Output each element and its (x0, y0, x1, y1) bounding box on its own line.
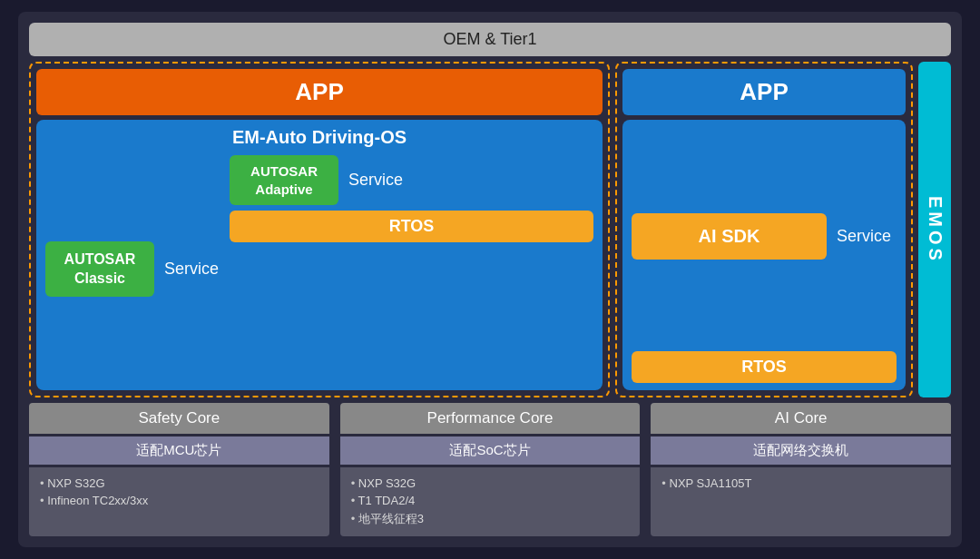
left-section: APP EM-Auto Driving-OS AUTOSAR Classic S… (29, 62, 610, 397)
autosar-adaptive-box: AUTOSAR Adaptive (230, 155, 338, 205)
list-item: NXP S32G (40, 475, 318, 492)
rtos-bar-left: RTOS (230, 211, 593, 242)
ai-core-header: AI Core (651, 403, 951, 434)
oem-label: OEM & Tier1 (443, 30, 536, 48)
app-bar-left: APP (36, 69, 603, 115)
ai-core-content: NXP SJA1105T (651, 467, 951, 536)
autosar-classic-line1: AUTOSAR (64, 251, 136, 267)
bottom-section: Safety Core 适配MCU芯片 NXP S32G Infineon TC… (29, 403, 951, 536)
cores-row: AUTOSAR Classic Service AUTOSAR Adaptive (45, 155, 593, 383)
list-item: NXP S32G (351, 475, 630, 492)
oem-bar: OEM & Tier1 (29, 23, 951, 56)
performance-top: AUTOSAR Adaptive Service (230, 155, 593, 205)
safety-core-block: AUTOSAR Classic Service (45, 155, 224, 383)
list-item: 地平线征程3 (351, 509, 630, 529)
ai-sdk-box: AI SDK (632, 213, 827, 260)
service-label-2: Service (343, 171, 408, 190)
app-label-right: APP (740, 78, 788, 105)
list-item: T1 TDA2/4 (351, 492, 630, 509)
app-label-left: APP (295, 78, 343, 105)
diagram-container: OEM & Tier1 APP EM-Auto Driving-OS AUTOS… (18, 12, 962, 547)
ai-core-subheader: 适配网络交换机 (651, 436, 951, 465)
performance-core-subheader: 适配SoC芯片 (340, 436, 641, 465)
autosar-adaptive-line2: Adaptive (255, 181, 312, 197)
ai-core-row: AI SDK Service (632, 127, 897, 346)
em-auto-title: EM-Auto Driving-OS (45, 127, 593, 148)
main-area: APP EM-Auto Driving-OS AUTOSAR Classic S… (29, 62, 951, 397)
app-bar-right: APP (622, 69, 906, 115)
performance-core-content: NXP S32G T1 TDA2/4 地平线征程3 (340, 467, 641, 536)
emos-bar: EMOS (918, 62, 951, 397)
autosar-adaptive-line1: AUTOSAR (250, 163, 318, 179)
safety-core-column: Safety Core 适配MCU芯片 NXP S32G Infineon TC… (29, 403, 329, 536)
em-auto-section: EM-Auto Driving-OS AUTOSAR Classic Servi… (36, 120, 603, 390)
safety-core-subheader: 适配MCU芯片 (29, 436, 329, 465)
service-label-1: Service (159, 260, 224, 279)
ai-inner: AI SDK Service RTOS (622, 120, 906, 390)
performance-core-list: NXP S32G T1 TDA2/4 地平线征程3 (351, 475, 630, 529)
ai-core-column: AI Core 适配网络交换机 NXP SJA1105T (651, 403, 951, 536)
safety-core-list: NXP S32G Infineon TC2xx/3xx (40, 475, 318, 509)
rtos-bar-right: RTOS (632, 351, 897, 383)
performance-core-header: Performance Core (340, 403, 641, 434)
list-item: NXP SJA1105T (662, 475, 940, 492)
service-label-3: Service (831, 227, 897, 246)
list-item: Infineon TC2xx/3xx (40, 492, 318, 509)
ai-core-list: NXP SJA1105T (662, 475, 940, 492)
autosar-classic-box: AUTOSAR Classic (45, 241, 154, 298)
right-section: APP AI SDK Service RTOS (615, 62, 913, 397)
autosar-classic-line2: Classic (74, 270, 125, 286)
performance-core-column: Performance Core 适配SoC芯片 NXP S32G T1 TDA… (340, 403, 641, 536)
emos-label: EMOS (925, 196, 946, 264)
safety-core-content: NXP S32G Infineon TC2xx/3xx (29, 467, 329, 536)
performance-core-block: AUTOSAR Adaptive Service RTOS (230, 155, 593, 383)
safety-core-header: Safety Core (29, 403, 329, 434)
